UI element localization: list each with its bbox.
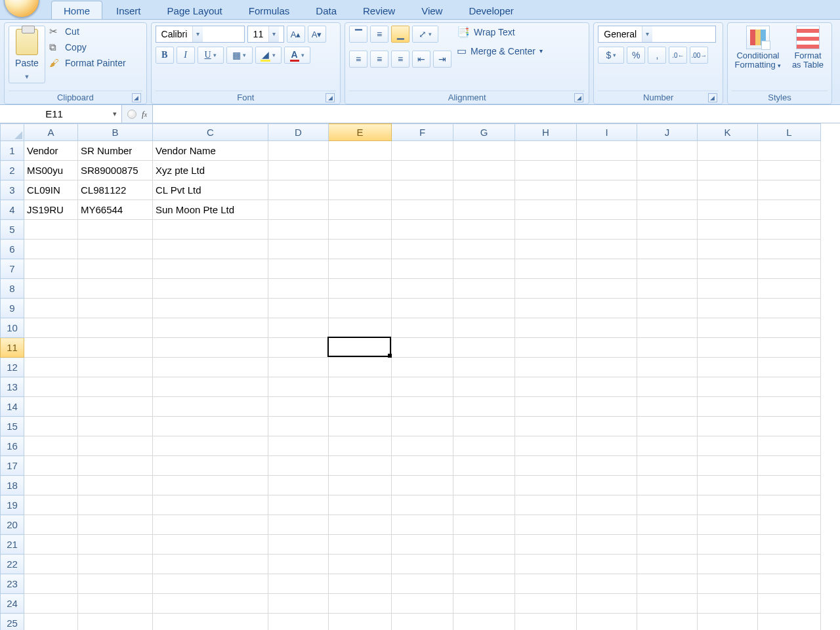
cell[interactable]	[329, 200, 392, 220]
cell[interactable]	[153, 476, 268, 495]
column-header[interactable]: J	[637, 124, 698, 141]
cell[interactable]	[758, 200, 821, 220]
cell[interactable]	[758, 279, 821, 299]
cell[interactable]	[698, 220, 758, 240]
cell[interactable]	[78, 397, 153, 417]
cell[interactable]	[392, 535, 453, 555]
cell[interactable]	[577, 476, 637, 495]
column-header[interactable]: I	[577, 124, 637, 141]
cell[interactable]	[78, 456, 153, 476]
cell[interactable]	[392, 555, 453, 574]
cell[interactable]: SR Number	[78, 141, 153, 161]
format-as-table-button[interactable]: Formatas Table	[788, 26, 828, 70]
cell[interactable]	[637, 515, 698, 535]
cell[interactable]	[637, 535, 698, 555]
cell[interactable]	[577, 417, 637, 436]
cell[interactable]: CL Pvt Ltd	[153, 180, 268, 200]
cell[interactable]	[637, 161, 698, 180]
cell[interactable]	[698, 141, 758, 161]
italic-button[interactable]: I	[177, 47, 195, 64]
cell[interactable]	[577, 299, 637, 318]
orientation-button[interactable]: ⤢▾	[412, 26, 438, 43]
cell[interactable]: Xyz pte Ltd	[153, 161, 268, 180]
cell[interactable]	[577, 259, 637, 279]
cell[interactable]	[392, 495, 453, 515]
cell[interactable]	[153, 436, 268, 456]
cell[interactable]	[24, 614, 78, 631]
row-header[interactable]: 3	[1, 180, 24, 200]
cell[interactable]: SR89000875	[78, 161, 153, 180]
cell[interactable]	[515, 240, 577, 259]
cell[interactable]	[698, 397, 758, 417]
cell[interactable]	[515, 535, 577, 555]
cell[interactable]	[637, 240, 698, 259]
cell[interactable]	[758, 180, 821, 200]
tab-formulas[interactable]: Formulas	[236, 1, 303, 19]
row-header[interactable]: 24	[1, 594, 24, 614]
cell[interactable]	[268, 180, 329, 200]
cell[interactable]	[24, 417, 78, 436]
cell[interactable]	[453, 417, 515, 436]
cell[interactable]	[758, 535, 821, 555]
cell[interactable]	[329, 594, 392, 614]
cell[interactable]	[153, 240, 268, 259]
cell[interactable]	[392, 338, 453, 358]
decrease-indent-button[interactable]: ⇤	[412, 51, 430, 68]
comma-style-button[interactable]: ,	[648, 47, 666, 64]
cell[interactable]	[577, 240, 637, 259]
cell[interactable]	[153, 456, 268, 476]
cell[interactable]	[515, 515, 577, 535]
cell[interactable]	[637, 574, 698, 594]
align-middle-button[interactable]: ≡	[370, 26, 388, 43]
cell[interactable]	[577, 318, 637, 338]
column-header[interactable]: D	[268, 124, 329, 141]
number-format-combo[interactable]: General ▾	[598, 26, 716, 43]
cell[interactable]	[758, 338, 821, 358]
cell[interactable]	[758, 259, 821, 279]
cell[interactable]	[637, 436, 698, 456]
cell[interactable]	[24, 259, 78, 279]
row-header[interactable]: 1	[1, 141, 24, 161]
cell[interactable]: MY66544	[78, 200, 153, 220]
decrease-decimal-button[interactable]: .00→	[690, 47, 708, 64]
cell[interactable]	[78, 574, 153, 594]
cell[interactable]	[515, 377, 577, 397]
cell[interactable]	[758, 594, 821, 614]
cancel-formula-icon[interactable]	[127, 110, 136, 119]
cell[interactable]	[453, 279, 515, 299]
cell[interactable]	[268, 397, 329, 417]
cell[interactable]	[453, 377, 515, 397]
cell[interactable]	[392, 180, 453, 200]
cell[interactable]	[392, 476, 453, 495]
cell[interactable]	[453, 574, 515, 594]
align-top-button[interactable]: ▔	[349, 26, 368, 43]
column-header[interactable]: H	[515, 124, 577, 141]
formula-bar-input[interactable]	[153, 105, 840, 123]
tab-developer[interactable]: Developer	[456, 1, 526, 19]
align-center-button[interactable]: ≡	[370, 51, 388, 68]
cell[interactable]	[758, 417, 821, 436]
cell[interactable]	[758, 397, 821, 417]
cell[interactable]	[637, 279, 698, 299]
cell[interactable]	[515, 358, 577, 377]
cell[interactable]	[577, 436, 637, 456]
cell[interactable]	[453, 318, 515, 338]
cell[interactable]	[392, 318, 453, 338]
align-left-button[interactable]: ≡	[349, 51, 368, 68]
row-header[interactable]: 20	[1, 515, 24, 535]
cell[interactable]: Vendor Name	[153, 141, 268, 161]
column-header[interactable]: G	[453, 124, 515, 141]
cell[interactable]	[268, 417, 329, 436]
cell[interactable]	[758, 377, 821, 397]
cell[interactable]	[453, 456, 515, 476]
cell[interactable]	[268, 515, 329, 535]
cell[interactable]	[268, 436, 329, 456]
cell[interactable]	[24, 240, 78, 259]
cell[interactable]	[329, 377, 392, 397]
cell[interactable]	[24, 358, 78, 377]
cell[interactable]	[392, 397, 453, 417]
font-color-button[interactable]: A▾	[284, 47, 310, 64]
cell[interactable]	[392, 279, 453, 299]
cell[interactable]	[153, 318, 268, 338]
cell[interactable]	[453, 259, 515, 279]
